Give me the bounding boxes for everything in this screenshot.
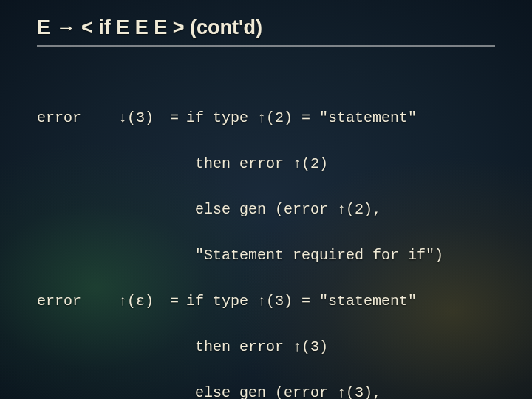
rule-eq: = [170,106,186,129]
slide-title: E → < if E E E > (cont'd) [37,16,495,47]
rule-label: error [37,106,118,129]
rule-rhs-line: then error ↑(2) [186,152,495,175]
slide-body: error↓(3)=if type ↑(2) = "statement" the… [37,83,495,399]
rule-attr: ↑(ε) [118,290,170,313]
rule-eq: = [170,290,186,313]
slide: E → < if E E E > (cont'd) error↓(3)=if t… [0,0,532,399]
rule-row: error↓(3)=if type ↑(2) = "statement" [37,106,495,129]
rule-rhs-line: if type ↑(3) = "statement" [186,290,417,313]
rule-rhs-line: else gen (error ↑(2), [186,198,495,221]
rule-attr: ↓(3) [118,106,170,129]
rule-rhs-line: then error ↑(3) [186,335,495,358]
rule-label: error [37,290,118,313]
rule-rhs-line: "Statement required for if") [186,244,495,267]
rule-rhs-line: else gen (error ↑(3), [186,381,495,399]
rule-rhs-line: if type ↑(2) = "statement" [186,106,417,129]
rule-row: error↑(ε)=if type ↑(3) = "statement" [37,290,495,313]
